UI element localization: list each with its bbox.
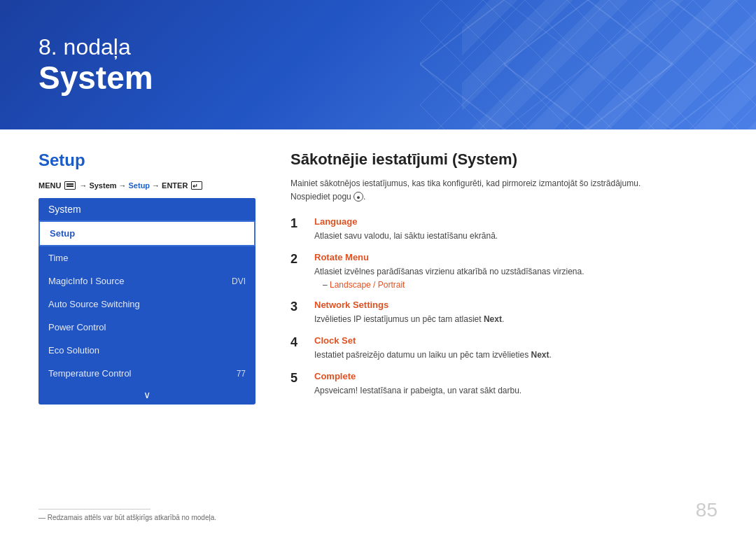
menu-path-menu: MENU [38, 181, 61, 190]
right-panel: Sākotnējie iestatījumi (System) Mainiet … [290, 150, 718, 496]
step-5: 5 Complete Apsveicam! Iestatīšana ir pab… [290, 371, 718, 397]
menu-item-temperature-value: 77 [237, 369, 246, 379]
header-banner: 8. nodaļa System [0, 0, 756, 129]
menu-item-power-control-label: Power Control [48, 322, 106, 332]
section-title: Sākotnējie iestatījumi (System) [290, 150, 718, 169]
menu-path: MENU → System → Setup → ENTER [38, 181, 255, 190]
step-3-desc: Izvēlieties IP iestatījumus un pēc tam a… [314, 313, 718, 325]
svg-marker-4 [588, 0, 756, 129]
page-number: 85 [696, 499, 718, 521]
menu-item-time[interactable]: Time [38, 246, 255, 269]
step-1-number: 1 [290, 216, 304, 232]
button-icon: ● [354, 192, 363, 202]
left-panel: Setup MENU → System → Setup → ENTER Syst… [38, 150, 255, 496]
step-1-desc: Atlasiet savu valodu, lai sāktu iestatīš… [314, 230, 718, 242]
step-4-content: Clock Set Iestatiet pašreizējo datumu un… [314, 335, 718, 361]
menu-chevron-down[interactable]: ∨ [38, 385, 255, 405]
step-2-sub: Landscape / Portrait [314, 280, 718, 290]
steps-list: 1 Language Atlasiet savu valodu, lai sāk… [290, 216, 718, 397]
step-3: 3 Network Settings Izvēlieties IP iestat… [290, 300, 718, 325]
step-4: 4 Clock Set Iestatiet pašreizējo datumu … [290, 335, 718, 361]
step-5-number: 5 [290, 371, 304, 386]
menu-item-power-control[interactable]: Power Control [38, 316, 255, 339]
svg-marker-6 [504, 0, 756, 129]
intro-text: Mainiet sākotnējos iestatījumus, kas tik… [290, 177, 718, 204]
step-2-content: Rotate Menu Atlasiet izvēlnes parādīšana… [314, 252, 718, 290]
step-2-desc: Atlasiet izvēlnes parādīšanas virzienu a… [314, 265, 718, 278]
menu-path-setup: Setup [129, 181, 150, 190]
menu-item-time-label: Time [48, 253, 68, 263]
step-2-number: 2 [290, 252, 304, 267]
header-diamonds [420, 0, 756, 129]
menu-item-eco-solution-label: Eco Solution [48, 345, 99, 356]
setup-heading: Setup [38, 150, 255, 170]
menu-item-magicinfo-value: DVI [232, 276, 246, 286]
system-menu-header: System [38, 198, 255, 220]
step-1-title: Language [314, 216, 718, 227]
step-4-title: Clock Set [314, 335, 718, 346]
step-5-desc: Apsveicam! Iestatīšana ir pabeigta, un v… [314, 384, 718, 397]
menu-item-temperature[interactable]: Temperature Control 77 [38, 362, 255, 385]
step-5-title: Complete [314, 371, 718, 381]
step-4-desc: Iestatiet pašreizējo datumu un laiku un … [314, 349, 718, 361]
step-3-number: 3 [290, 300, 304, 315]
step-4-number: 4 [290, 335, 304, 351]
svg-marker-3 [504, 0, 672, 129]
menu-item-magicinfo[interactable]: MagicInfo I Source DVI [38, 269, 255, 293]
menu-icon [64, 181, 76, 190]
step-5-content: Complete Apsveicam! Iestatīšana ir pabei… [314, 371, 718, 397]
chapter-label: 8. nodaļa [38, 34, 153, 60]
step-4-next: Next [531, 350, 550, 360]
menu-item-auto-source-label: Auto Source Switching [48, 299, 140, 309]
menu-path-system: System [89, 181, 116, 190]
step-1: 1 Language Atlasiet savu valodu, lai sāk… [290, 216, 718, 242]
svg-rect-1 [420, 0, 756, 129]
menu-item-setup-label: Setup [50, 228, 75, 239]
step-3-next: Next [484, 314, 502, 324]
step-2-title: Rotate Menu [314, 252, 718, 262]
menu-item-temperature-label: Temperature Control [48, 368, 132, 379]
menu-item-setup[interactable]: Setup [38, 220, 255, 246]
step-2: 2 Rotate Menu Atlasiet izvēlnes parādīša… [290, 252, 718, 290]
header-title: 8. nodaļa System [38, 34, 153, 96]
step-3-title: Network Settings [314, 300, 718, 310]
footer: ― Redzamais attēls var būt atšķirīgs atk… [38, 509, 718, 521]
menu-item-eco-solution[interactable]: Eco Solution [38, 339, 255, 362]
footer-divider [38, 509, 150, 510]
system-menu: System Setup Time MagicInfo I Source DVI… [38, 198, 255, 405]
step-1-content: Language Atlasiet savu valodu, lai sāktu… [314, 216, 718, 242]
main-content: Setup MENU → System → Setup → ENTER Syst… [0, 129, 756, 510]
menu-path-enter: ENTER [162, 181, 188, 190]
menu-item-auto-source[interactable]: Auto Source Switching [38, 293, 255, 316]
menu-item-magicinfo-label: MagicInfo I Source [48, 276, 124, 286]
system-label: System [38, 60, 153, 96]
step-3-content: Network Settings Izvēlieties IP iestatīj… [314, 300, 718, 325]
enter-icon [191, 181, 202, 190]
footer-note: ― Redzamais attēls var būt atšķirīgs atk… [38, 514, 718, 521]
